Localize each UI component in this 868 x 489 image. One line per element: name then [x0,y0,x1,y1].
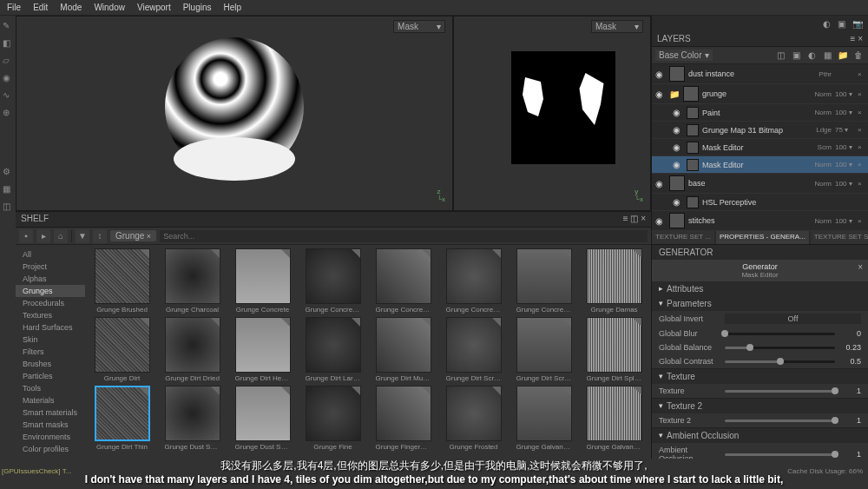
shelf-item[interactable]: Grunge Dust Spread [229,386,296,451]
layer-row[interactable]: ◉Grunge Map 31 BitmapLdge75 ▾× [652,122,868,139]
tool-layers-icon[interactable]: ▦ [3,184,13,195]
shelf-item[interactable]: Grunge Dirt Heavy [229,317,296,382]
menu-help[interactable]: Help [224,3,242,12]
shelf-item[interactable]: Grunge Concrete [229,248,296,314]
shelf-item[interactable]: Grunge Dirt Muddy [370,317,437,382]
shelf-cat-alphas[interactable]: Alphas [16,273,85,285]
layer-row[interactable]: ◉Mask EditorNorm100 ▾× [652,156,868,174]
menu-window[interactable]: Window [94,3,125,12]
shelf-filter-icon[interactable]: ▼ [76,229,89,243]
shelf-cat-brushes[interactable]: Brushes [16,358,85,370]
close-icon[interactable]: × [858,262,863,272]
section-parameters[interactable]: ▾ Parameters [652,296,868,311]
shelf-cat-textures[interactable]: Textures [16,309,85,321]
section-ao[interactable]: ▾ Ambient Occlusion [652,428,868,443]
menu-viewport[interactable]: Viewport [137,3,171,12]
tool-brush-icon[interactable]: ✎ [3,21,13,31]
shelf-item[interactable]: Grunge Concrete Burnt [299,248,366,314]
section-texture2[interactable]: ▾ Texture 2 [652,399,868,413]
layer-row[interactable]: ◉dust instancePthr× [652,64,868,84]
global-blur-slider[interactable] [725,333,835,335]
render-icon[interactable]: ▣ [838,19,845,29]
generator-slot[interactable]: Generator Mask Editor × [652,260,868,281]
add-layer-icon[interactable]: ◐ [806,50,818,62]
shelf-item[interactable]: Grunge Concrete Dirty [440,248,507,314]
shelf-item[interactable]: Grunge Dirt Scratchy [510,317,577,382]
viewport-3d[interactable]: Mask▾ z└x [16,16,453,211]
camera-icon[interactable]: 📷 [852,19,863,29]
visibility-icon[interactable]: ◉ [655,179,666,188]
shelf-item[interactable]: Grunge Dirt Splats [581,317,648,382]
layer-row[interactable]: ◉PaintNorm100 ▾× [652,104,868,122]
folder-icon[interactable]: 📁 [669,89,680,99]
section-texture[interactable]: ▾ Texture [652,369,868,384]
channel-dropdown[interactable]: Base Color▾ [655,50,713,61]
ao-slider[interactable] [725,453,835,456]
layer-row[interactable]: ◉stitchesNorm100 ▾× [652,211,868,231]
tool-clone-icon[interactable]: ⊕ [3,108,13,118]
shelf-item[interactable]: Grunge Dirt Thin [89,386,155,451]
shelf-item[interactable]: Grunge Fine [299,386,366,451]
tool-smudge-icon[interactable]: ∿ [3,90,13,101]
shelf-cat-skin[interactable]: Skin [16,334,85,346]
shelf-item[interactable]: Grunge Fingerprints [370,386,437,451]
layer-row[interactable]: ◉HSL Perceptive [652,194,868,211]
shelf-view-icon[interactable]: ▪ [19,229,33,243]
shelf-item[interactable]: Grunge Concrete Cra... [370,248,437,314]
tool-projection-icon[interactable]: ▱ [3,56,13,66]
visibility-icon[interactable]: ◉ [655,69,666,79]
visibility-icon[interactable]: ◉ [655,216,666,226]
layer-row[interactable]: ◉Mask EditorScrn100 ▾× [652,139,868,156]
global-invert-toggle[interactable]: Off [725,314,861,324]
texture2-slider[interactable] [725,420,835,422]
shelf-cat-smart-materials[interactable]: Smart materials [16,406,85,419]
shelf-search-input[interactable] [160,230,648,242]
shelf-cat-grunges[interactable]: Grunges [16,285,85,297]
layers-menu-icon[interactable]: ≡ × [851,34,863,43]
texture-slider[interactable] [725,390,835,393]
shelf-item[interactable]: Grunge Dirt [89,317,155,382]
shelf-cat-tools[interactable]: Tools [16,382,85,394]
shelf-item[interactable]: Grunge Concrete Old [510,248,577,314]
shelf-item[interactable]: Grunge Charcoal [159,248,226,314]
add-effect-icon[interactable]: ◫ [774,50,786,62]
menu-edit[interactable]: Edit [33,3,48,12]
tab[interactable]: TEXTURE SET ... [652,231,714,244]
shelf-cat-all[interactable]: All [16,248,85,261]
shelf-home-icon[interactable]: ⌂ [54,229,68,243]
layer-row[interactable]: ◉📁grungeNorm100 ▾× [652,84,868,104]
shelf-item[interactable]: Grunge Galvanic S... [510,386,577,451]
tool-material-icon[interactable]: ◫ [3,202,13,212]
shelf-item[interactable]: Grunge Galvanic... [581,386,648,451]
shelf-cat-environments[interactable]: Environments [16,431,85,443]
shelf-item[interactable]: Grunge Dirt Dried [159,317,226,382]
shelf-sort-icon[interactable]: ↕ [93,229,107,243]
add-mask-icon[interactable]: ▣ [790,50,802,62]
shelf-item[interactable]: Grunge Brushed [89,248,155,314]
shelf-cat-smart-masks[interactable]: Smart masks [16,419,85,431]
tool-settings-icon[interactable]: ⚙ [3,167,13,177]
shelf-menu-icon[interactable]: ≡ ◫ × [623,214,646,225]
visibility-icon[interactable]: ◉ [673,197,683,207]
shelf-cat-materials[interactable]: Materials [16,394,85,406]
shelf-item[interactable]: Grunge Dust Small [159,386,226,451]
section-attributes[interactable]: ▸ Attributes [652,281,868,296]
menu-file[interactable]: File [7,3,21,12]
tool-fill-icon[interactable]: ◉ [3,73,13,83]
viewport-2d[interactable]: Mask▾ y└x [453,16,651,211]
tab[interactable]: TEXTURE SET SETTI... [811,231,868,244]
visibility-icon[interactable]: ◉ [655,89,666,99]
delete-layer-icon[interactable]: 🗑 [852,50,865,62]
shelf-import-icon[interactable]: ▸ [36,229,50,243]
visibility-icon[interactable]: ◉ [673,142,683,152]
add-fill-icon[interactable]: ▦ [821,50,833,62]
viewport-mode-dropdown-2[interactable]: Mask▾ [591,20,643,33]
add-folder-icon[interactable]: 📁 [837,50,849,62]
global-contrast-slider[interactable] [725,360,835,363]
shelf-item[interactable]: Grunge Frosted [440,386,507,451]
shelf-item[interactable]: Grunge Dirt Scratched [440,317,507,382]
shelf-cat-procedurals[interactable]: Procedurals [16,297,85,309]
shelf-item[interactable]: Grunge Damas [581,248,648,314]
shelf-filter-tag[interactable]: Grunge × [110,230,156,241]
global-balance-slider[interactable] [725,347,835,349]
